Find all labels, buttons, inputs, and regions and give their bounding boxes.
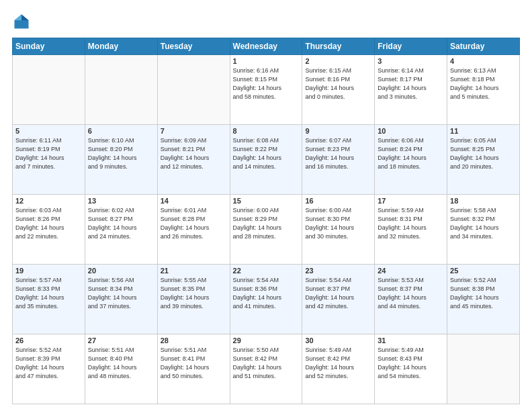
col-thursday: Thursday: [302, 38, 375, 55]
col-wednesday: Wednesday: [230, 38, 302, 55]
table-row: 25Sunrise: 5:52 AM Sunset: 8:38 PM Dayli…: [447, 265, 520, 334]
day-number: 28: [161, 336, 227, 345]
col-sunday: Sunday: [13, 38, 85, 55]
table-row: 22Sunrise: 5:54 AM Sunset: 8:36 PM Dayli…: [230, 265, 302, 334]
day-info: Sunrise: 5:56 AM Sunset: 8:34 PM Dayligh…: [88, 276, 154, 311]
day-info: Sunrise: 6:08 AM Sunset: 8:22 PM Dayligh…: [233, 136, 300, 171]
table-row: 7Sunrise: 6:09 AM Sunset: 8:21 PM Daylig…: [157, 125, 230, 195]
day-number: 14: [161, 197, 227, 205]
day-info: Sunrise: 5:57 AM Sunset: 8:33 PM Dayligh…: [15, 276, 82, 311]
day-info: Sunrise: 5:49 AM Sunset: 8:43 PM Dayligh…: [378, 346, 444, 381]
table-row: 11Sunrise: 6:05 AM Sunset: 8:25 PM Dayli…: [447, 125, 520, 195]
table-row: 2Sunrise: 6:15 AM Sunset: 8:16 PM Daylig…: [302, 55, 375, 125]
table-row: 12Sunrise: 6:03 AM Sunset: 8:26 PM Dayli…: [13, 195, 85, 265]
logo-icon: [12, 12, 31, 31]
day-number: 13: [88, 197, 154, 205]
day-number: 10: [378, 127, 444, 135]
svg-marker-2: [15, 15, 22, 21]
day-number: 22: [233, 267, 300, 275]
day-number: 20: [88, 267, 154, 275]
day-info: Sunrise: 5:51 AM Sunset: 8:41 PM Dayligh…: [161, 346, 227, 381]
day-info: Sunrise: 6:13 AM Sunset: 8:18 PM Dayligh…: [450, 66, 517, 101]
day-number: 29: [233, 336, 300, 345]
table-row: 24Sunrise: 5:53 AM Sunset: 8:37 PM Dayli…: [375, 265, 447, 334]
day-info: Sunrise: 6:01 AM Sunset: 8:28 PM Dayligh…: [161, 206, 227, 241]
calendar-week-row: 12Sunrise: 6:03 AM Sunset: 8:26 PM Dayli…: [13, 195, 520, 265]
day-info: Sunrise: 6:14 AM Sunset: 8:17 PM Dayligh…: [378, 66, 444, 101]
calendar-week-row: 1Sunrise: 6:16 AM Sunset: 8:15 PM Daylig…: [13, 55, 520, 125]
table-row: 28Sunrise: 5:51 AM Sunset: 8:41 PM Dayli…: [157, 334, 230, 404]
day-number: 11: [450, 127, 517, 135]
day-info: Sunrise: 6:16 AM Sunset: 8:15 PM Dayligh…: [233, 66, 300, 101]
logo: [12, 12, 34, 31]
day-info: Sunrise: 5:54 AM Sunset: 8:37 PM Dayligh…: [305, 276, 371, 311]
day-info: Sunrise: 6:02 AM Sunset: 8:27 PM Dayligh…: [88, 206, 154, 241]
day-info: Sunrise: 5:54 AM Sunset: 8:36 PM Dayligh…: [233, 276, 300, 311]
table-row: 26Sunrise: 5:52 AM Sunset: 8:39 PM Dayli…: [13, 334, 85, 404]
table-row: 1Sunrise: 6:16 AM Sunset: 8:15 PM Daylig…: [230, 55, 302, 125]
day-number: 16: [305, 197, 371, 205]
page: Sunday Monday Tuesday Wednesday Thursday…: [0, 0, 532, 411]
day-number: 6: [88, 127, 154, 135]
table-row: 13Sunrise: 6:02 AM Sunset: 8:27 PM Dayli…: [85, 195, 157, 265]
calendar-table: Sunday Monday Tuesday Wednesday Thursday…: [12, 38, 520, 404]
day-info: Sunrise: 5:58 AM Sunset: 8:32 PM Dayligh…: [450, 206, 517, 241]
day-number: 17: [378, 197, 444, 205]
day-number: 15: [233, 197, 300, 205]
day-info: Sunrise: 6:00 AM Sunset: 8:29 PM Dayligh…: [233, 206, 300, 241]
day-number: 25: [450, 267, 517, 275]
svg-marker-1: [21, 15, 29, 21]
table-row: 29Sunrise: 5:50 AM Sunset: 8:42 PM Dayli…: [230, 334, 302, 404]
day-number: 1: [233, 57, 300, 65]
day-number: 23: [305, 267, 371, 275]
calendar-week-row: 26Sunrise: 5:52 AM Sunset: 8:39 PM Dayli…: [13, 334, 520, 404]
day-info: Sunrise: 6:00 AM Sunset: 8:30 PM Dayligh…: [305, 206, 371, 241]
col-friday: Friday: [375, 38, 447, 55]
table-row: 6Sunrise: 6:10 AM Sunset: 8:20 PM Daylig…: [85, 125, 157, 195]
day-info: Sunrise: 5:52 AM Sunset: 8:39 PM Dayligh…: [15, 346, 82, 381]
calendar-week-row: 5Sunrise: 6:11 AM Sunset: 8:19 PM Daylig…: [13, 125, 520, 195]
day-number: 19: [15, 267, 82, 275]
day-info: Sunrise: 6:11 AM Sunset: 8:19 PM Dayligh…: [15, 136, 82, 171]
day-info: Sunrise: 6:09 AM Sunset: 8:21 PM Dayligh…: [161, 136, 227, 171]
day-number: 21: [161, 267, 227, 275]
day-info: Sunrise: 5:50 AM Sunset: 8:42 PM Dayligh…: [233, 346, 300, 381]
table-row: 18Sunrise: 5:58 AM Sunset: 8:32 PM Dayli…: [447, 195, 520, 265]
day-number: 24: [378, 267, 444, 275]
table-row: [85, 55, 157, 125]
day-number: 2: [305, 57, 371, 65]
day-info: Sunrise: 5:52 AM Sunset: 8:38 PM Dayligh…: [450, 276, 517, 311]
day-number: 7: [161, 127, 227, 135]
calendar-header-row: Sunday Monday Tuesday Wednesday Thursday…: [13, 38, 520, 55]
table-row: 21Sunrise: 5:55 AM Sunset: 8:35 PM Dayli…: [157, 265, 230, 334]
table-row: 14Sunrise: 6:01 AM Sunset: 8:28 PM Dayli…: [157, 195, 230, 265]
table-row: [447, 334, 520, 404]
day-info: Sunrise: 5:49 AM Sunset: 8:42 PM Dayligh…: [305, 346, 371, 381]
table-row: 3Sunrise: 6:14 AM Sunset: 8:17 PM Daylig…: [375, 55, 447, 125]
day-info: Sunrise: 6:03 AM Sunset: 8:26 PM Dayligh…: [15, 206, 82, 241]
col-saturday: Saturday: [447, 38, 520, 55]
day-info: Sunrise: 5:55 AM Sunset: 8:35 PM Dayligh…: [161, 276, 227, 311]
day-info: Sunrise: 6:15 AM Sunset: 8:16 PM Dayligh…: [305, 66, 371, 101]
day-info: Sunrise: 6:10 AM Sunset: 8:20 PM Dayligh…: [88, 136, 154, 171]
table-row: 9Sunrise: 6:07 AM Sunset: 8:23 PM Daylig…: [302, 125, 375, 195]
table-row: 27Sunrise: 5:51 AM Sunset: 8:40 PM Dayli…: [85, 334, 157, 404]
table-row: 8Sunrise: 6:08 AM Sunset: 8:22 PM Daylig…: [230, 125, 302, 195]
table-row: 16Sunrise: 6:00 AM Sunset: 8:30 PM Dayli…: [302, 195, 375, 265]
table-row: 4Sunrise: 6:13 AM Sunset: 8:18 PM Daylig…: [447, 55, 520, 125]
table-row: 31Sunrise: 5:49 AM Sunset: 8:43 PM Dayli…: [375, 334, 447, 404]
day-info: Sunrise: 6:07 AM Sunset: 8:23 PM Dayligh…: [305, 136, 371, 171]
day-number: 5: [15, 127, 82, 135]
day-number: 31: [378, 336, 444, 345]
header: [12, 12, 520, 31]
table-row: 5Sunrise: 6:11 AM Sunset: 8:19 PM Daylig…: [13, 125, 85, 195]
table-row: [13, 55, 85, 125]
table-row: 17Sunrise: 5:59 AM Sunset: 8:31 PM Dayli…: [375, 195, 447, 265]
col-monday: Monday: [85, 38, 157, 55]
day-number: 18: [450, 197, 517, 205]
day-number: 12: [15, 197, 82, 205]
calendar-week-row: 19Sunrise: 5:57 AM Sunset: 8:33 PM Dayli…: [13, 265, 520, 334]
table-row: 20Sunrise: 5:56 AM Sunset: 8:34 PM Dayli…: [85, 265, 157, 334]
day-info: Sunrise: 5:59 AM Sunset: 8:31 PM Dayligh…: [378, 206, 444, 241]
table-row: [157, 55, 230, 125]
